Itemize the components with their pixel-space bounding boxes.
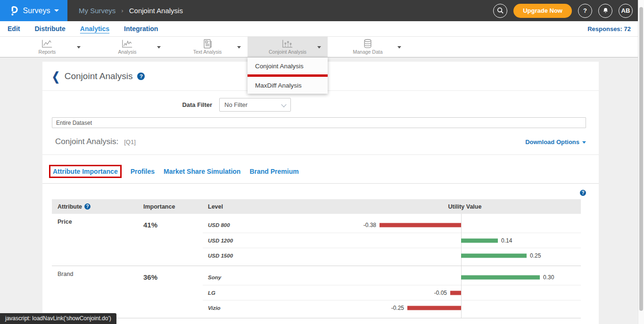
utility-value-label: 0.30 bbox=[543, 274, 554, 281]
data-filter-label: Data Filter bbox=[42, 101, 212, 108]
level-name: Vizio bbox=[203, 300, 349, 315]
download-options-link[interactable]: Download Options bbox=[525, 138, 586, 146]
breadcrumb-my-surveys[interactable]: My Surveys bbox=[79, 7, 116, 15]
product-menu-label: Surveys bbox=[23, 7, 50, 15]
dataset-field[interactable] bbox=[52, 117, 586, 128]
tab-attribute-importance[interactable]: Attribute Importance bbox=[49, 165, 122, 178]
level-row: Vizio-0.25 bbox=[203, 300, 581, 315]
survey-nav: EditDistributeAnalyticsIntegration Respo… bbox=[0, 21, 644, 37]
subnav-item-analytics[interactable]: Analytics bbox=[80, 25, 109, 32]
subnav-item-integration[interactable]: Integration bbox=[124, 25, 158, 32]
toolbar-module-database[interactable]: Manage Data bbox=[328, 37, 408, 57]
chevron-down-icon[interactable] bbox=[157, 46, 161, 49]
tab-profiles[interactable]: Profiles bbox=[131, 168, 155, 175]
tab-market-share-simulation[interactable]: Market Share Simulation bbox=[164, 168, 240, 175]
database-icon bbox=[363, 39, 373, 49]
level-name: USD 1500 bbox=[203, 248, 349, 263]
level-name: LG bbox=[203, 285, 349, 300]
importance-value: 36% bbox=[139, 266, 203, 318]
content-card: ❮ Conjoint Analysis ? Data Filter No Fil… bbox=[42, 62, 599, 324]
level-row: USD 12000.14 bbox=[203, 233, 581, 248]
section-divider bbox=[42, 154, 599, 155]
vertical-scrollbar[interactable] bbox=[638, 0, 644, 324]
level-row: USD 15000.25 bbox=[203, 248, 581, 263]
level-stack: USD 800-0.38USD 12000.14USD 15000.25 bbox=[203, 214, 581, 266]
utility-cell: -0.25 bbox=[349, 300, 581, 315]
subnav-item-edit[interactable]: Edit bbox=[8, 25, 20, 32]
menu-item-conjoint-analysis[interactable]: Conjoint Analysis bbox=[248, 57, 328, 74]
top-header-bar: Surveys My Surveys › Conjoint Analysis U… bbox=[0, 0, 644, 21]
back-chevron-icon[interactable]: ❮ bbox=[52, 70, 60, 82]
tabs-bar: Attribute ImportanceProfilesMarket Share… bbox=[42, 165, 599, 184]
toolbar-module-reports[interactable]: Reports bbox=[7, 37, 87, 57]
conjoint-icon bbox=[282, 39, 293, 49]
level-name: Sony bbox=[203, 270, 349, 285]
attribute-help-icon[interactable]: ? bbox=[84, 203, 91, 210]
toolbar-module-text-analysis[interactable]: Text Analysis bbox=[167, 37, 248, 57]
chevron-down-icon bbox=[54, 9, 59, 12]
data-filter-row: Data Filter No Filter bbox=[42, 98, 599, 112]
tab-brand-premium[interactable]: Brand Premium bbox=[249, 168, 298, 175]
analysis-section-header: Conjoint Analysis: [Q1] Download Options bbox=[42, 137, 599, 146]
download-options-label: Download Options bbox=[525, 138, 579, 146]
upgrade-now-button[interactable]: Upgrade Now bbox=[513, 4, 572, 18]
utility-bar bbox=[380, 223, 461, 227]
chevron-down-icon[interactable] bbox=[237, 46, 241, 49]
analytics-toolbar: ReportsAnalysisText AnalysisConjoint Ana… bbox=[0, 37, 644, 57]
col-header-importance: Importance bbox=[139, 203, 203, 210]
question-reference: [Q1] bbox=[124, 138, 136, 146]
utility-bar bbox=[461, 238, 498, 243]
questionpro-logo-icon bbox=[8, 5, 19, 16]
caret-down-icon bbox=[582, 141, 586, 144]
col-header-attribute: Attribute ? bbox=[52, 203, 139, 210]
status-link-tooltip: javascript: loadNavLink('showConjoint.do… bbox=[0, 313, 116, 324]
toolbar-module-conjoint[interactable]: Conjoint Analysis bbox=[248, 37, 328, 57]
utility-value-label: -0.05 bbox=[434, 290, 447, 296]
utility-cell: -0.05 bbox=[349, 285, 581, 300]
chevron-down-icon bbox=[281, 102, 286, 107]
product-menu[interactable]: Surveys bbox=[0, 0, 67, 21]
utility-bar bbox=[407, 306, 461, 310]
responses-count: Responses: 72 bbox=[587, 25, 631, 32]
search-icon bbox=[497, 7, 504, 14]
table-row: Brand36%Sony0.30LG-0.05Vizio-0.25 bbox=[52, 266, 581, 318]
scrollbar-thumb[interactable] bbox=[639, 7, 643, 311]
toolbar-module-label: Text Analysis bbox=[193, 49, 222, 55]
search-button[interactable] bbox=[493, 4, 507, 18]
menu-item-maxdiff-analysis[interactable]: MaxDiff Analysis bbox=[248, 77, 328, 94]
level-stack: Sony0.30LG-0.05Vizio-0.25 bbox=[203, 266, 581, 318]
help-button[interactable]: ? bbox=[578, 4, 592, 18]
level-name: USD 800 bbox=[203, 218, 349, 233]
analysis-section-title: Conjoint Analysis: bbox=[55, 137, 118, 146]
data-filter-value: No Filter bbox=[224, 101, 248, 108]
utility-value-label: -0.38 bbox=[363, 222, 376, 228]
tabs: Attribute ImportanceProfilesMarket Share… bbox=[49, 165, 599, 178]
table-row: Price41%USD 800-0.38USD 12000.14USD 1500… bbox=[52, 214, 581, 266]
notifications-button[interactable] bbox=[598, 4, 612, 18]
chart-help-row: ? bbox=[42, 190, 599, 196]
utility-cell: -0.38 bbox=[349, 218, 581, 233]
chevron-down-icon[interactable] bbox=[317, 46, 321, 49]
page-help-icon[interactable]: ? bbox=[137, 73, 145, 80]
chart-help-icon[interactable]: ? bbox=[580, 190, 586, 196]
analysis-icon bbox=[122, 39, 133, 49]
utility-bar bbox=[461, 275, 540, 280]
table-groups: Price41%USD 800-0.38USD 12000.14USD 1500… bbox=[52, 214, 581, 318]
attribute-name: Price bbox=[52, 214, 139, 266]
table-header-row: Attribute ? Importance Level Utility Val… bbox=[52, 199, 581, 214]
attribute-header-label: Attribute bbox=[58, 203, 82, 210]
utility-cell: 0.30 bbox=[349, 270, 581, 285]
chevron-down-icon[interactable] bbox=[77, 46, 81, 49]
reports-icon bbox=[41, 39, 53, 49]
data-filter-select[interactable]: No Filter bbox=[219, 98, 291, 112]
toolbar-module-analysis[interactable]: Analysis bbox=[87, 37, 167, 57]
chevron-down-icon[interactable] bbox=[397, 46, 401, 49]
utility-value-label: -0.25 bbox=[391, 305, 404, 311]
avatar[interactable]: AB bbox=[619, 4, 633, 18]
subnav-item-distribute[interactable]: Distribute bbox=[34, 25, 65, 32]
header-actions: Upgrade Now ? AB bbox=[493, 4, 644, 18]
utility-cell: 0.14 bbox=[349, 233, 581, 248]
breadcrumb: My Surveys › Conjoint Analysis bbox=[79, 7, 183, 15]
attribute-name: Brand bbox=[52, 266, 139, 318]
survey-nav-items: EditDistributeAnalyticsIntegration bbox=[8, 25, 158, 32]
